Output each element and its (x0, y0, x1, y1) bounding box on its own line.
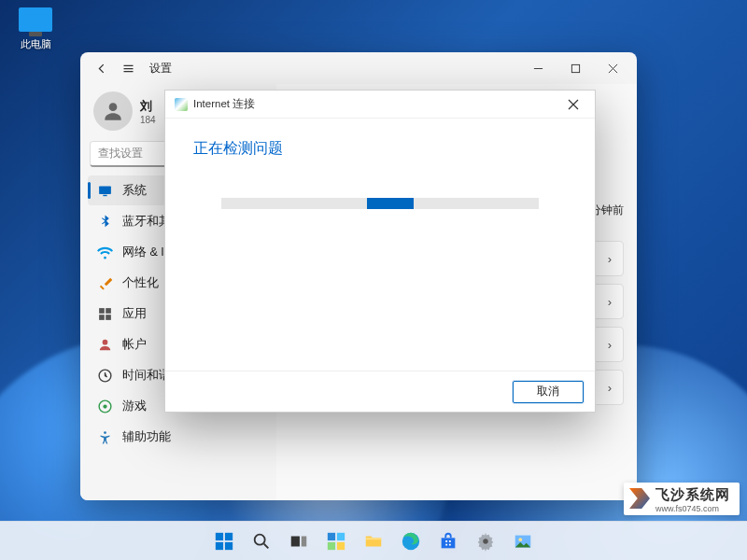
progress-bar (221, 198, 539, 209)
chevron-right-icon: › (608, 338, 612, 352)
edge-button[interactable] (395, 525, 427, 557)
gear-icon (475, 531, 496, 552)
close-button[interactable] (594, 55, 631, 81)
gaming-icon (97, 399, 113, 414)
arrow-left-icon (95, 62, 109, 76)
svg-rect-21 (337, 532, 345, 539)
search-icon (251, 531, 272, 552)
svg-rect-3 (103, 194, 106, 195)
dialog-close-button[interactable] (557, 93, 589, 116)
svg-rect-22 (328, 541, 335, 549)
desktop-icon-this-pc[interactable]: 此电脑 (7, 7, 63, 51)
troubleshoot-icon (175, 98, 188, 111)
svg-point-1 (109, 103, 118, 111)
svg-rect-16 (225, 541, 233, 549)
explorer-button[interactable] (358, 525, 389, 557)
sidebar-item-label: 辅助功能 (122, 429, 171, 445)
close-icon (608, 63, 618, 74)
account-icon (97, 337, 113, 353)
store-button[interactable] (432, 525, 464, 557)
svg-point-27 (518, 538, 522, 541)
system-icon (97, 183, 113, 199)
apps-icon (97, 306, 113, 322)
search-placeholder: 查找设置 (98, 146, 143, 161)
brush-icon (97, 275, 113, 291)
close-icon (568, 99, 579, 110)
svg-rect-13 (216, 532, 223, 539)
sidebar-item-label: 帐户 (122, 337, 147, 353)
troubleshooter-footer: 取消 (165, 371, 595, 412)
back-button[interactable] (90, 56, 114, 80)
sidebar-item-label: 应用 (122, 306, 147, 322)
settings-taskbar-button[interactable] (470, 525, 501, 557)
taskbar (0, 521, 747, 560)
chevron-right-icon: › (608, 252, 612, 266)
sidebar-item-accessibility[interactable]: 辅助功能 (88, 422, 269, 452)
svg-rect-6 (99, 315, 105, 320)
svg-rect-15 (216, 541, 223, 549)
watermark: 飞沙系统网 www.fs0745.com (624, 483, 740, 515)
windows-icon (214, 531, 234, 552)
widgets-button[interactable] (320, 525, 352, 557)
bluetooth-icon (97, 214, 113, 230)
cancel-button[interactable]: 取消 (513, 381, 584, 403)
hamburger-icon (121, 62, 135, 76)
svg-rect-19 (302, 536, 307, 546)
avatar (93, 91, 133, 131)
sidebar-item-label: 系统 (122, 183, 147, 199)
troubleshooter-title: Internet 连接 (193, 97, 255, 111)
sidebar-item-label: 网络 & In (122, 245, 171, 260)
account-sub: 184 (140, 115, 156, 125)
start-button[interactable] (208, 525, 240, 557)
troubleshooter-titlebar: Internet 连接 (165, 91, 595, 119)
sidebar-item-label: 个性化 (122, 275, 159, 291)
clock-icon (97, 368, 113, 384)
troubleshooter-body: 正在检测问题 (165, 119, 595, 371)
settings-title: 设置 (149, 61, 172, 77)
svg-point-11 (103, 404, 106, 408)
maximize-icon (571, 63, 581, 74)
svg-rect-18 (291, 536, 300, 546)
svg-rect-2 (99, 186, 111, 194)
photos-button[interactable] (507, 525, 539, 557)
chevron-right-icon: › (608, 295, 612, 309)
widgets-icon (326, 531, 346, 552)
folder-icon (363, 531, 384, 552)
svg-rect-14 (225, 532, 233, 539)
svg-rect-4 (99, 308, 105, 314)
minimize-button[interactable] (519, 55, 557, 81)
svg-point-8 (103, 339, 108, 344)
monitor-icon (19, 7, 52, 32)
svg-rect-7 (106, 315, 111, 320)
wifi-icon (97, 245, 113, 260)
svg-point-17 (255, 534, 265, 544)
settings-titlebar: 设置 (80, 52, 637, 84)
account-name: 刘 (140, 98, 156, 115)
progress-segment (367, 198, 414, 209)
svg-rect-23 (337, 541, 345, 549)
svg-point-12 (104, 431, 106, 434)
minimize-icon (533, 63, 543, 74)
store-icon (438, 531, 458, 552)
taskview-icon (289, 531, 309, 552)
sidebar-item-label: 游戏 (122, 399, 147, 414)
chevron-right-icon: › (608, 381, 612, 395)
nav-menu-button[interactable] (116, 56, 140, 80)
edge-icon (401, 531, 421, 552)
accessibility-icon (97, 429, 113, 445)
troubleshooter-dialog: Internet 连接 正在检测问题 取消 (164, 90, 596, 413)
search-button[interactable] (246, 525, 277, 557)
taskview-button[interactable] (283, 525, 315, 557)
svg-rect-5 (106, 308, 111, 314)
photos-icon (513, 531, 533, 552)
troubleshooter-heading: 正在检测问题 (193, 139, 567, 159)
svg-rect-20 (328, 532, 335, 539)
desktop-icon-label: 此电脑 (7, 37, 63, 51)
person-icon (101, 99, 125, 123)
svg-rect-0 (571, 64, 579, 72)
maximize-button[interactable] (557, 55, 594, 81)
